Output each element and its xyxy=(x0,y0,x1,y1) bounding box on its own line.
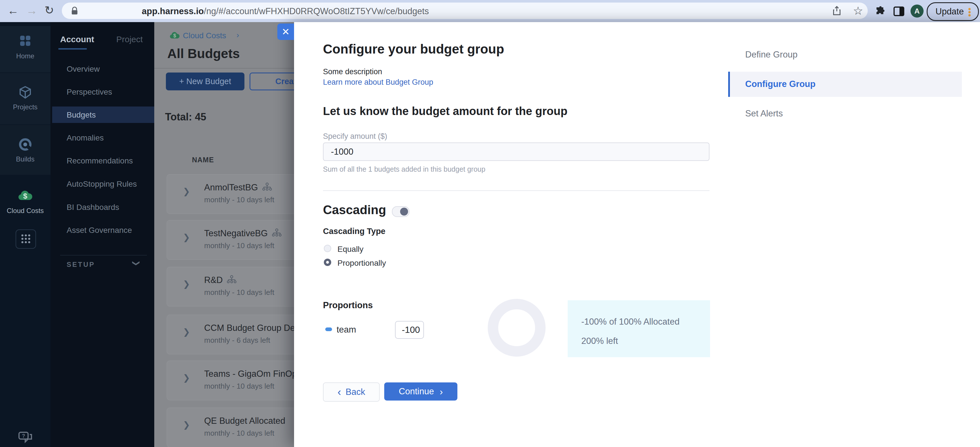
back-icon[interactable]: ← xyxy=(7,5,19,16)
rail-item-help[interactable]: ? HELP xyxy=(0,431,51,447)
toggle-knob xyxy=(400,208,408,216)
sidebar-item-bi-dashboards[interactable]: BI Dashboards xyxy=(67,203,119,212)
step-configure-group[interactable]: Configure Group xyxy=(745,79,816,89)
builds-icon xyxy=(0,137,51,152)
radio-proportionally-label[interactable]: Proportionally xyxy=(337,258,386,268)
budget-group-icon xyxy=(262,182,272,191)
side-panel-icon[interactable] xyxy=(893,6,905,17)
section-divider xyxy=(323,190,710,191)
team-color-swatch xyxy=(325,328,332,331)
rail-item-builds[interactable]: Builds xyxy=(0,137,51,163)
help-chat-icon: ? xyxy=(0,431,51,445)
step-set-alerts[interactable]: Set Alerts xyxy=(745,108,783,119)
radio-proportionally[interactable] xyxy=(324,258,331,266)
step-define-group[interactable]: Define Group xyxy=(745,49,797,60)
projects-icon xyxy=(0,85,51,100)
sidebar-divider xyxy=(60,255,147,255)
row-expand-chevron-icon[interactable]: ❯ xyxy=(183,279,190,289)
allocation-line1: -100% of 100% Allocated xyxy=(581,317,679,327)
cascading-toggle[interactable] xyxy=(392,206,409,217)
svg-text:?: ? xyxy=(22,433,25,439)
browser-menu-dots-icon[interactable] xyxy=(968,7,970,17)
browser-chrome: ← → ↻ app.harness.io/ng/#/account/wFHXHD… xyxy=(0,0,980,23)
close-drawer-button[interactable]: ✕ xyxy=(277,24,294,40)
total-count: Total: 45 xyxy=(165,111,206,123)
avatar[interactable]: A xyxy=(910,5,924,17)
sidebar-item-budgets[interactable]: Budgets xyxy=(67,111,96,119)
learn-more-link[interactable]: Learn more about Budget Group xyxy=(323,78,433,87)
radio-equally-label[interactable]: Equally xyxy=(337,245,364,254)
address-bar[interactable]: app.harness.io/ng/#/account/wFHXHD0RRQWo… xyxy=(62,3,868,19)
row-expand-chevron-icon[interactable]: ❯ xyxy=(183,373,190,383)
continue-button[interactable]: Continue › xyxy=(384,382,457,401)
sidebar-setup-header[interactable]: SETUP xyxy=(67,261,95,268)
sidebar-item-perspectives[interactable]: Perspectives xyxy=(67,87,112,97)
module-rail: Home Projects Builds $ Cloud Costs xyxy=(0,22,51,447)
amount-input[interactable] xyxy=(323,143,710,161)
amount-helper-text: Sum of all the 1 budgets added in this b… xyxy=(323,165,485,173)
chevron-down-icon[interactable]: ❯ xyxy=(132,260,141,266)
home-icon xyxy=(0,33,51,48)
update-button[interactable]: Update xyxy=(927,2,979,21)
configure-budget-group-drawer: ✕ Configure your budget group Some descr… xyxy=(294,22,980,447)
module-grid-icon[interactable] xyxy=(16,230,36,249)
forward-icon[interactable]: → xyxy=(26,5,37,16)
update-label: Update xyxy=(935,6,964,17)
drawer-title: Configure your budget group xyxy=(323,41,504,57)
column-header-name: NAME xyxy=(192,156,214,164)
back-button[interactable]: ‹ Back xyxy=(323,382,380,402)
proportion-input[interactable] xyxy=(395,321,424,339)
breadcrumb[interactable]: Cloud Costs xyxy=(183,31,226,40)
rail-item-projects[interactable]: Projects xyxy=(0,85,51,111)
amount-field-label: Specify amount ($) xyxy=(323,132,387,141)
lock-icon xyxy=(70,6,79,15)
svg-text:$: $ xyxy=(23,192,27,200)
sidebar-item-anomalies[interactable]: Anomalies xyxy=(67,133,104,143)
budget-group-icon xyxy=(272,228,282,237)
sidebar-item-recommendations[interactable]: Recommendations xyxy=(67,156,133,165)
cloud-costs-sidebar: Account Project Overview Perspectives Bu… xyxy=(51,22,154,447)
url-text: app.harness.io/ng/#/account/wFHXHD0RRQWo… xyxy=(142,6,429,16)
tab-account-underline xyxy=(59,48,87,49)
allocation-donut-chart xyxy=(488,299,546,357)
cascading-heading: Cascading xyxy=(323,203,386,217)
tab-project[interactable]: Project xyxy=(116,35,143,44)
radio-equally[interactable] xyxy=(324,245,331,252)
extensions-puzzle-icon[interactable] xyxy=(875,6,886,17)
sidebar-item-autostopping-rules[interactable]: AutoStopping Rules xyxy=(67,179,137,189)
breadcrumb-chevron-icon: › xyxy=(237,30,239,40)
chevron-right-icon: › xyxy=(439,386,443,397)
header-divider xyxy=(154,68,294,68)
page-title: All Budgets xyxy=(167,46,240,61)
allocation-summary-box: -100% of 100% Allocated 200% left xyxy=(568,300,710,357)
row-expand-chevron-icon[interactable]: ❯ xyxy=(183,186,190,196)
share-icon[interactable] xyxy=(832,6,842,16)
close-icon: ✕ xyxy=(282,26,290,37)
proportions-heading: Proportions xyxy=(323,300,373,311)
row-expand-chevron-icon[interactable]: ❯ xyxy=(183,232,190,242)
allocation-line2: 200% left xyxy=(581,336,618,346)
tab-account[interactable]: Account xyxy=(60,35,94,44)
chevron-left-icon: ‹ xyxy=(337,386,341,398)
bookmark-star-icon[interactable]: ☆ xyxy=(853,4,863,17)
cascading-type-label: Cascading Type xyxy=(323,227,385,236)
breadcrumb-cloud-icon: $ xyxy=(169,30,181,41)
row-expand-chevron-icon[interactable]: ❯ xyxy=(183,327,190,337)
row-expand-chevron-icon[interactable]: ❯ xyxy=(183,420,190,430)
reload-icon[interactable]: ↻ xyxy=(45,5,54,16)
svg-text:$: $ xyxy=(173,33,176,38)
proportion-row-label: team xyxy=(337,325,356,335)
amount-section-heading: Let us know the budget amount for the gr… xyxy=(323,105,567,117)
rail-item-home[interactable]: Home xyxy=(0,33,51,60)
cloud-costs-icon: $ xyxy=(0,189,51,203)
screen: ← → ↻ app.harness.io/ng/#/account/wFHXHD… xyxy=(0,0,980,447)
budget-group-icon xyxy=(227,275,237,284)
drawer-description: Some description xyxy=(323,67,382,76)
sidebar-item-asset-governance[interactable]: Asset Governance xyxy=(67,226,132,235)
sidebar-item-overview[interactable]: Overview xyxy=(67,65,100,74)
rail-item-cloud-costs[interactable]: $ Cloud Costs xyxy=(0,189,51,215)
app-area: Home Projects Builds $ Cloud Costs xyxy=(0,22,980,447)
new-budget-button[interactable]: + New Budget xyxy=(166,73,245,90)
